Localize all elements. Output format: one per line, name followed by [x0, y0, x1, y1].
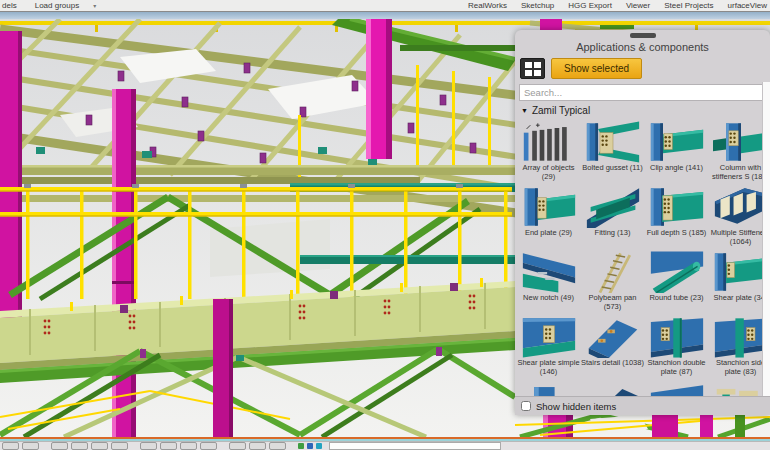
component-icon — [581, 380, 644, 397]
component-label: New notch (49) — [517, 294, 580, 312]
component-label: Stanchion side plate (83) — [709, 359, 763, 377]
component-tile[interactable]: Stanchion side plate (83) — [709, 315, 763, 377]
component-label: Bolted gusset (11) — [581, 164, 644, 182]
component-tile[interactable]: Column with stiffeners S (187) — [709, 120, 763, 182]
component-icon — [517, 120, 580, 164]
component-tile[interactable]: Array of objects (29) — [517, 120, 580, 182]
component-icon — [709, 185, 763, 229]
component-tile[interactable] — [645, 380, 708, 397]
panel-footer: Show hidden items — [515, 396, 770, 415]
menu-item[interactable]: HGG Export — [568, 1, 612, 10]
component-label: End plate (29) — [517, 229, 580, 247]
statusbar-icon[interactable] — [307, 443, 313, 449]
grid-icon — [525, 62, 532, 68]
statusbar-icon[interactable] — [316, 443, 322, 449]
component-tile[interactable]: Multiple Stiffeners (1064) — [709, 185, 763, 247]
component-label: Column with stiffeners S (187) — [709, 164, 763, 182]
search-input[interactable] — [519, 84, 765, 101]
component-tile[interactable]: Polybeam pan (573) — [581, 250, 644, 312]
component-icon — [645, 380, 708, 397]
component-tile[interactable] — [517, 380, 580, 397]
component-label: Full depth S (185) — [645, 229, 708, 247]
grid-icon — [525, 70, 532, 76]
show-hidden-label: Show hidden items — [536, 401, 616, 412]
menu-item[interactable]: Load groups — [35, 1, 79, 10]
category-zamil-typical[interactable]: ▼ Zamil Typical — [521, 105, 590, 116]
show-selected-button[interactable]: Show selected — [551, 58, 642, 79]
category-label: Zamil Typical — [532, 105, 590, 116]
statusbar-icon[interactable] — [298, 443, 304, 449]
component-icon — [709, 380, 763, 397]
menu-item[interactable]: RealWorks — [468, 1, 507, 10]
statusbar-button[interactable] — [160, 442, 177, 450]
component-icon — [645, 250, 708, 294]
panel-toolbar: Show selected — [520, 58, 642, 79]
statusbar-button[interactable] — [249, 442, 266, 450]
component-icon — [517, 315, 580, 359]
catalog-grid-icon-button[interactable] — [520, 58, 545, 79]
show-hidden-checkbox[interactable] — [521, 401, 531, 411]
component-icon — [581, 250, 644, 294]
statusbar-field[interactable] — [329, 442, 501, 450]
collapse-caret-icon: ▼ — [521, 107, 528, 114]
component-label: Clip angle (141) — [645, 164, 708, 182]
menu-bar: delsLoad groups ▾ RealWorksSketchupHGG E… — [0, 0, 770, 11]
component-tile[interactable]: Stanchion double plate (87) — [645, 315, 708, 377]
statusbar-button[interactable] — [71, 442, 88, 450]
component-tile[interactable]: Round tube (23) — [645, 250, 708, 312]
statusbar-button[interactable] — [140, 442, 157, 450]
component-icon — [645, 315, 708, 359]
component-icon — [517, 185, 580, 229]
statusbar-button[interactable] — [51, 442, 68, 450]
grid-icon — [534, 70, 541, 76]
statusbar-button[interactable] — [111, 442, 128, 450]
component-icon — [517, 380, 580, 397]
component-tile[interactable]: Stairs detail (1038) — [581, 315, 644, 377]
app-window: delsLoad groups ▾ RealWorksSketchupHGG E… — [0, 0, 770, 450]
component-tile[interactable] — [709, 380, 763, 397]
menu-item[interactable]: Sketchup — [521, 1, 554, 10]
component-tile[interactable]: Fitting (13) — [581, 185, 644, 247]
panel-scrollbar[interactable] — [762, 82, 770, 397]
menu-left-group: delsLoad groups — [0, 1, 79, 10]
menu-item[interactable]: Steel Projects — [664, 1, 713, 10]
statusbar-button[interactable] — [180, 442, 197, 450]
menu-item[interactable]: Viewer — [626, 1, 650, 10]
component-tile[interactable]: Clip angle (141) — [645, 120, 708, 182]
component-label: Stairs detail (1038) — [581, 359, 644, 377]
component-icon — [709, 315, 763, 359]
component-tile[interactable]: New notch (49) — [517, 250, 580, 312]
component-icon — [645, 185, 708, 229]
panel-title: Applications & components — [515, 41, 770, 53]
component-icon — [581, 120, 644, 164]
applications-components-panel: Applications & components Show selected … — [515, 30, 770, 415]
menu-item[interactable]: urfaceView — [728, 1, 767, 10]
component-tile[interactable] — [581, 380, 644, 397]
component-tile[interactable]: Full depth S (185) — [645, 185, 708, 247]
statusbar-button[interactable] — [91, 442, 108, 450]
statusbar-button[interactable] — [269, 442, 286, 450]
statusbar-button[interactable] — [200, 442, 217, 450]
grid-icon — [534, 62, 541, 68]
component-tile[interactable]: Bolted gusset (11) — [581, 120, 644, 182]
menu-dropdown-caret-icon: ▾ — [93, 2, 96, 9]
status-toolbar — [0, 441, 770, 450]
statusbar-button[interactable] — [229, 442, 246, 450]
component-icon — [645, 120, 708, 164]
component-label: Round tube (23) — [645, 294, 708, 312]
component-icon — [709, 120, 763, 164]
component-label: Shear plate (34) — [709, 294, 763, 312]
component-tile[interactable]: End plate (29) — [517, 185, 580, 247]
component-icon — [709, 250, 763, 294]
component-tile[interactable]: Shear plate (34) — [709, 250, 763, 312]
component-label: Stanchion double plate (87) — [645, 359, 708, 377]
component-grid: Array of objects (29) Bolted gusset (11)… — [517, 120, 763, 397]
component-label: Polybeam pan (573) — [581, 294, 644, 312]
statusbar-button[interactable] — [2, 442, 19, 450]
component-label: Multiple Stiffeners (1064) — [709, 229, 763, 247]
component-tile[interactable]: Shear plate simple (146) — [517, 315, 580, 377]
component-label: Shear plate simple (146) — [517, 359, 580, 377]
menu-item[interactable]: dels — [2, 1, 17, 10]
statusbar-button[interactable] — [22, 442, 39, 450]
panel-drag-handle[interactable] — [630, 33, 656, 38]
